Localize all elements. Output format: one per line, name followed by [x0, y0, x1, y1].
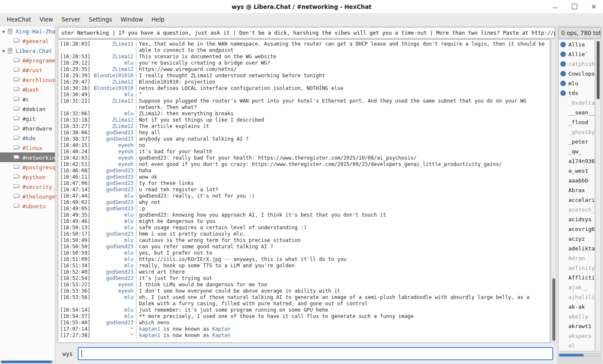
tree-channel-row[interactable]: #c	[0, 94, 55, 104]
user-list-item[interactable]: _qw_	[559, 147, 595, 156]
tree-channel-row[interactable]: #ubuntu	[0, 201, 55, 211]
user-name: acidsys	[568, 216, 592, 223]
menu-window[interactable]: Window	[116, 14, 147, 25]
user-list-item[interactable]: adeliktas	[559, 244, 595, 253]
user-list-item[interactable]: Afflictio	[559, 273, 595, 283]
user-list-item[interactable]: Cowclops`	[559, 69, 595, 79]
user-list-item[interactable]: a_west	[559, 166, 595, 176]
user-list-item[interactable]: akelly	[559, 312, 595, 321]
user-list-item[interactable]: al	[559, 341, 595, 350]
tree-channel-row[interactable]: #security	[0, 182, 55, 191]
maximize-icon[interactable]	[571, 3, 578, 10]
tree-channel-row[interactable]: ##rust	[0, 65, 55, 75]
user-list-item[interactable]: ajhalili2	[559, 292, 595, 302]
tree-label: #networking	[22, 155, 55, 161]
user-list-item[interactable]: aefinity	[559, 263, 595, 273]
message-nick: mlu	[92, 294, 136, 307]
expander-icon[interactable]	[0, 48, 7, 54]
close-icon[interactable]: ✕	[590, 3, 597, 10]
tree-channel-row[interactable]: ##programmi	[0, 55, 55, 65]
message-nick: ZLima12	[92, 123, 136, 130]
user-list-item[interactable]: accelario	[559, 195, 595, 205]
tree-channel-row[interactable]: #linux	[0, 143, 55, 152]
user-list-item[interactable]: _peter	[559, 137, 595, 147]
tree-channel-row[interactable]: #postgresql	[0, 162, 55, 172]
chat-area[interactable]: [16:28:03]ZLima12Yes, that would be in t…	[58, 39, 550, 343]
tree-channel-row[interactable]: #git	[0, 114, 55, 123]
tree-scrollbar-thumb[interactable]	[1, 361, 52, 363]
chat-scrollbar[interactable]	[551, 39, 556, 343]
topic-bar[interactable]: uter Networking | If you have a question…	[58, 27, 555, 38]
tree-label: #kde	[22, 135, 35, 141]
user-list-item[interactable]: a174n936	[559, 156, 595, 166]
user-list-item[interactable]: akspecs	[559, 331, 595, 341]
userlist-scrollbar[interactable]	[595, 39, 601, 351]
user-list-item[interactable]: _flood	[559, 117, 595, 127]
expander-icon[interactable]	[0, 28, 7, 35]
tree-channel-row[interactable]: #hardware	[0, 123, 55, 133]
message-nick: eyeoh	[92, 288, 136, 294]
tree-channel-row[interactable]: #archlinux	[0, 75, 55, 84]
tree-label: #general	[22, 38, 49, 44]
user-list-item[interactable]: _0xdelta	[559, 98, 595, 108]
user-list-item[interactable]: ak-ak	[559, 302, 595, 312]
user-list-item[interactable]: Allie`	[559, 49, 595, 59]
user-list[interactable]: AllieAllie`catphishCowclops`mlutds_0xdel…	[558, 39, 595, 351]
message-text: anybody use any natural talking AI ?	[136, 136, 550, 142]
user-list-item[interactable]: Adran	[559, 253, 595, 263]
message-input[interactable]	[78, 347, 553, 360]
old-nick: kaptan1	[139, 326, 160, 332]
user-list-item[interactable]: acetech_	[559, 205, 595, 215]
user-list-item[interactable]: acovrig60	[559, 224, 595, 234]
menu-settings[interactable]: Settings	[84, 14, 116, 25]
tree-channel-row[interactable]: #bash	[0, 84, 55, 94]
tree-channel-row[interactable]: #python	[0, 172, 55, 182]
user-list-item[interactable]: aczyz	[559, 234, 595, 244]
user-list-item[interactable]: _ghostbyt	[559, 127, 595, 137]
chat-scrollbar-thumb[interactable]	[552, 278, 555, 341]
userlist-scrollbar-thumb[interactable]	[597, 41, 600, 99]
message-timestamp: [16:49:46]	[58, 218, 92, 225]
channel-icon	[13, 174, 20, 180]
tree-server-row[interactable]: Xing-Hai-Zhan	[0, 26, 55, 36]
message-text: it's bad for your health	[136, 149, 550, 155]
message-timestamp: [16:49:35]	[58, 212, 92, 218]
channel-tree[interactable]: Xing-Hai-Zhan#generalLibera.Chat##progra…	[0, 26, 55, 364]
minimize-icon[interactable]	[551, 3, 558, 10]
message-text: weird art there	[136, 269, 550, 275]
tree-channel-row[interactable]: #general	[0, 36, 55, 46]
user-list-item[interactable]: catphish	[559, 59, 595, 69]
tree-server-row[interactable]: Libera.Chat	[0, 46, 55, 55]
title-bar[interactable]: wys @ Libera.Chat / #networking - HexCha…	[0, 0, 603, 14]
user-list-item[interactable]: ajak__	[559, 283, 595, 292]
user-list-item[interactable]: Allie	[559, 40, 595, 49]
user-list-item[interactable]: acidsys	[559, 215, 595, 224]
user-list-item[interactable]: aaabbb	[559, 176, 595, 185]
chat-message-row: [16:30:16]Blondie101010netns defines LOC…	[58, 85, 550, 92]
message-text: just remember: it's just some program ru…	[136, 307, 550, 313]
message-nick: mlu	[92, 263, 136, 269]
user-list-item[interactable]: mlu	[559, 79, 595, 88]
user-list-item[interactable]: Abrax	[559, 185, 595, 195]
message-timestamp: [16:46:11]	[58, 174, 92, 180]
message-timestamp: [16:42:03]	[58, 155, 92, 161]
tree-channel-row[interactable]: #kde	[0, 133, 55, 143]
user-list-item[interactable]: __sean__	[559, 108, 595, 117]
message-timestamp: [16:51:34]	[58, 263, 92, 269]
tree-channel-row[interactable]: #debian	[0, 104, 55, 114]
menu-server[interactable]: Server	[57, 14, 84, 25]
server-icon	[7, 28, 14, 35]
user-list-item[interactable]: akrawt1	[559, 321, 595, 331]
tree-channel-row[interactable]: #networking	[0, 152, 55, 162]
menu-view[interactable]: View	[35, 14, 57, 25]
message-text: netns defines LOCAL interface configurat…	[136, 85, 550, 92]
userlist-hscrollbar-thumb[interactable]	[559, 354, 584, 356]
tree-channel-row[interactable]: #thelounge	[0, 191, 55, 201]
userlist-horizontal-scrollbar[interactable]	[558, 353, 601, 357]
menu-help[interactable]: Help	[147, 14, 169, 25]
user-list-item[interactable]: tds	[559, 88, 595, 98]
message-nick: ZLima12	[92, 66, 136, 73]
tree-horizontal-scrollbar[interactable]	[0, 360, 54, 364]
menu-hexchat[interactable]: HexChat	[3, 14, 35, 25]
server-icon	[7, 48, 14, 54]
